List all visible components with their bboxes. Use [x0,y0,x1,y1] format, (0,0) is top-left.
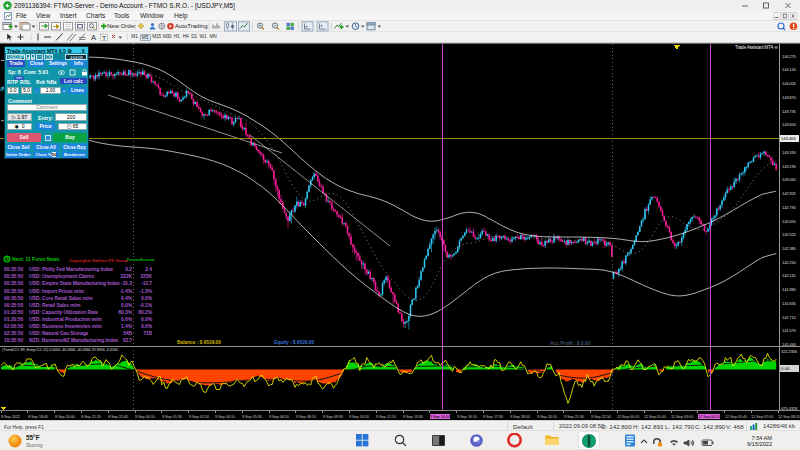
svg-text:New Order: New Order [107,23,136,29]
svg-text:A: A [91,33,96,42]
svg-text:T: T [102,35,106,41]
svg-text:AutoTrading: AutoTrading [175,23,207,29]
